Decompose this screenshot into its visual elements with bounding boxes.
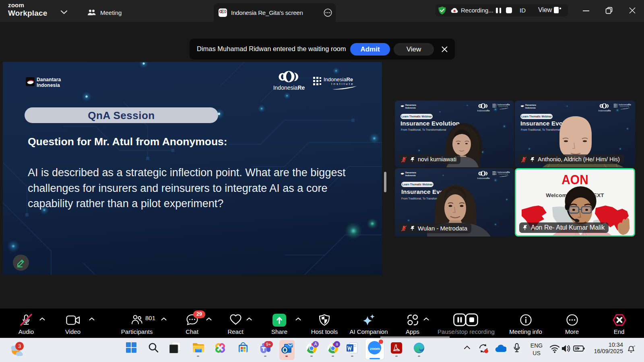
svg-text:z: z xyxy=(634,345,635,347)
